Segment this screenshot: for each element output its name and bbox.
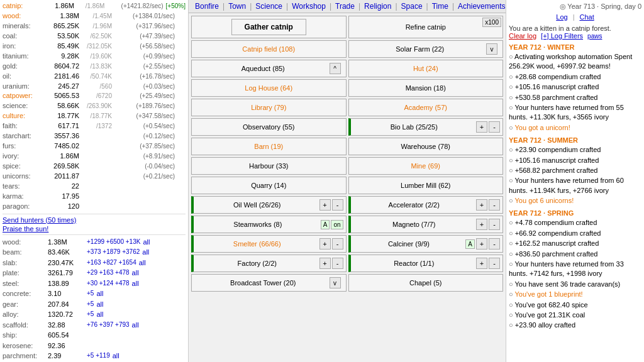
chevron-button[interactable]: ^ <box>330 63 341 74</box>
nav-item-trade[interactable]: Trade <box>333 2 357 11</box>
ctrl-label-on[interactable]: on <box>331 220 343 229</box>
log-entry: Your hunters have returned from 33 hunts… <box>509 260 641 279</box>
nav-item-bonfire[interactable]: Bonfire <box>192 2 221 11</box>
crafted-links[interactable]: +373 +1879 +3762 <box>87 247 140 258</box>
building-item[interactable]: Academy (57) <box>348 99 504 116</box>
building-item[interactable]: Reactor (1/1)+- <box>348 255 504 272</box>
building-item[interactable]: Barn (19) <box>191 138 347 155</box>
increment-button[interactable]: + <box>319 258 331 269</box>
action-send-hunters[interactable]: Send hunters (50 times) <box>3 216 186 224</box>
crafted-list: wood:1.38M+1299 +6500 +13Kallbeam:83.46K… <box>3 237 186 362</box>
building-item[interactable]: Mansion (18) <box>348 79 504 97</box>
building-item[interactable]: Gather catnip <box>191 16 347 38</box>
crafted-links[interactable]: +5 +119 <box>87 351 110 361</box>
building-item[interactable]: Calciner (9/9)A+- <box>348 235 504 253</box>
building-item[interactable]: Magneto (7/7)+- <box>348 216 504 233</box>
building-item[interactable]: Quarry (14) <box>191 177 347 194</box>
decrement-button[interactable]: - <box>489 199 500 211</box>
crafted-all[interactable]: all <box>143 237 150 248</box>
ctrl-label-a[interactable]: A <box>321 220 330 229</box>
decrement-button[interactable]: - <box>489 121 500 133</box>
building-label: Mansion (18) <box>406 84 446 92</box>
crafted-links[interactable]: +5 <box>87 299 94 310</box>
building-item[interactable]: Library (79) <box>191 99 347 116</box>
building-item[interactable]: Steamworks (8)Aon <box>191 216 347 233</box>
building-item[interactable]: Chapel (5) <box>348 274 504 292</box>
nav-item-workshop[interactable]: Workshop <box>289 2 328 11</box>
nav-item-space[interactable]: Space <box>399 2 425 11</box>
building-item[interactable]: Bio Lab (25/25)+- <box>348 118 504 136</box>
resource-row: science:58.66K/263.90K(+189.76/sec) <box>3 101 186 111</box>
crafted-all[interactable]: all <box>132 278 139 289</box>
building-item[interactable]: Harbour (33) <box>191 157 347 175</box>
nav-item-religion[interactable]: Religion <box>362 2 394 11</box>
x100-button[interactable]: x100 <box>482 18 501 27</box>
resource-name: spice: <box>3 162 42 172</box>
crafted-links[interactable]: +29 +163 +478 <box>87 268 130 278</box>
resource-delta: (+189.76/sec) <box>112 102 175 111</box>
building-item[interactable]: Warehouse (78) <box>348 138 504 155</box>
increment-button[interactable]: + <box>476 219 487 230</box>
crafted-links[interactable]: +30 +124 +478 <box>87 278 130 289</box>
ctrl-label-a[interactable]: A <box>465 239 475 249</box>
building-item[interactable]: Aqueduct (85)^ <box>191 60 347 77</box>
crafted-name: beam: <box>3 247 48 258</box>
action-praise-sun[interactable]: Praise the sun! <box>3 225 186 233</box>
nav-item-town[interactable]: Town <box>226 2 248 11</box>
crafted-links[interactable]: +76 +397 +793 <box>87 320 130 331</box>
crafted-all[interactable]: all <box>113 351 119 361</box>
decrement-button[interactable]: - <box>489 219 500 230</box>
crafted-all[interactable]: all <box>96 288 103 299</box>
send-hunters-link[interactable]: Send hunters (50 times) <box>3 216 76 224</box>
building-item[interactable]: Observatory (55) <box>191 118 347 136</box>
gather-catnip-button[interactable]: Gather catnip <box>231 19 306 35</box>
nav-item-achievements[interactable]: Achievements <box>455 2 506 11</box>
building-item[interactable]: Accelerator (2/2)+- <box>348 196 504 214</box>
praise-sun-link[interactable]: Praise the sun! <box>3 225 48 233</box>
chat-tab[interactable]: Chat <box>579 13 594 21</box>
crafted-all[interactable]: all <box>132 320 139 331</box>
decrement-button[interactable]: - <box>489 238 500 250</box>
nav-item-time[interactable]: Time <box>430 2 451 11</box>
increment-button[interactable]: + <box>476 121 487 133</box>
increment-button[interactable]: + <box>476 238 487 250</box>
building-item[interactable]: Log House (64) <box>191 79 347 97</box>
decrement-button[interactable]: - <box>332 238 343 250</box>
increment-button[interactable]: + <box>476 199 487 211</box>
crafted-all[interactable]: all <box>132 268 139 278</box>
crafted-links[interactable]: +1299 +6500 +13K <box>87 237 140 248</box>
crafted-all[interactable]: all <box>142 247 149 258</box>
clear-log-button[interactable]: Clear log <box>509 32 536 40</box>
building-item[interactable]: Smelter (66/66)+- <box>191 235 347 253</box>
building-item[interactable]: Broadcast Tower (20)v <box>191 274 347 292</box>
chevron-button[interactable]: v <box>486 43 497 55</box>
resource-row: coal:53.50K/62.50K(+47.39/sec) <box>3 31 186 41</box>
building-item[interactable]: Solar Farm (22)v <box>348 40 504 58</box>
chevron-button[interactable]: v <box>330 277 341 288</box>
increment-button[interactable]: + <box>319 199 331 211</box>
decrement-button[interactable]: - <box>332 258 343 269</box>
building-item[interactable]: Lumber Mill (62) <box>348 177 504 194</box>
increment-button[interactable]: + <box>476 258 487 269</box>
paws-button[interactable]: paws <box>587 33 602 40</box>
decrement-button[interactable]: - <box>489 258 500 269</box>
building-item[interactable]: Hut (24) <box>348 60 504 77</box>
crafted-all[interactable]: all <box>96 299 103 310</box>
building-item[interactable]: Refine catnipx100 <box>348 16 504 38</box>
increment-button[interactable]: + <box>319 238 331 250</box>
building-item[interactable]: Catnip field (108) <box>191 40 347 58</box>
crafted-links[interactable]: +163 +827 +1654 <box>87 258 136 268</box>
crafted-all[interactable]: all <box>139 258 146 268</box>
year-header: YEAR 712 · WINTER <box>509 43 641 51</box>
building-item[interactable]: Factory (2/2)+- <box>191 255 347 272</box>
crafted-links[interactable]: +5 <box>87 288 94 299</box>
log-tab[interactable]: Log <box>556 13 567 21</box>
building-item[interactable]: Oil Well (26/26)+- <box>191 196 347 214</box>
nav-item-science[interactable]: Science <box>253 2 285 11</box>
crafted-all[interactable]: all <box>96 309 103 320</box>
log-filters-button[interactable]: [+] Log Filters <box>541 32 583 40</box>
crafted-links[interactable]: +5 <box>87 309 94 320</box>
resource-name: paragon: <box>3 202 42 212</box>
building-item[interactable]: Mine (69) <box>348 157 504 175</box>
decrement-button[interactable]: - <box>332 199 343 211</box>
